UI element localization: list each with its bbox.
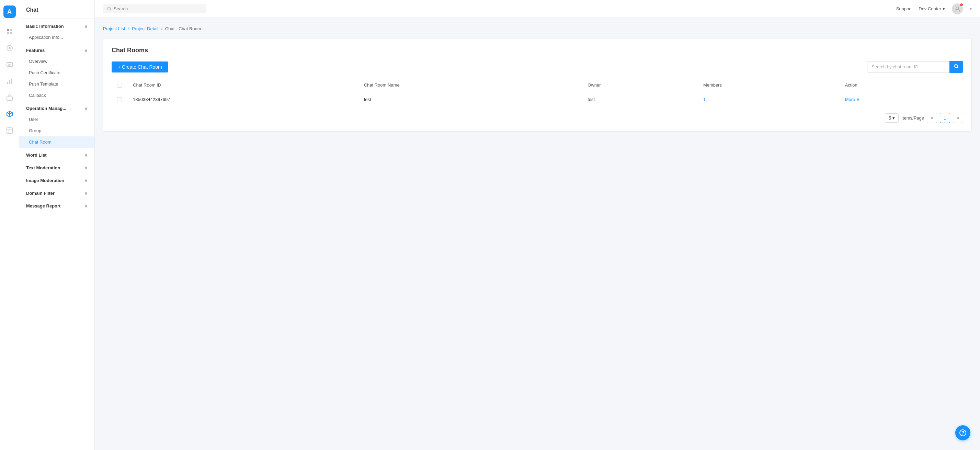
avatar-wrap[interactable] — [952, 3, 963, 14]
nav-section-header-basic-information[interactable]: Basic Information∧ — [19, 19, 94, 32]
nav-section-header-word-list[interactable]: Word List∨ — [19, 148, 94, 160]
breadcrumb-project-detail[interactable]: Project Detail — [132, 26, 158, 31]
nav-section-features: Features∧OverviewPush CertificatePush Te… — [19, 43, 94, 101]
nav-section-header-image-moderation[interactable]: Image Moderation∨ — [19, 173, 94, 186]
nav-item-chat-room[interactable]: Chat Room — [19, 136, 94, 148]
nav-icon-dashboard[interactable] — [3, 25, 16, 38]
nav-section-header-domain-filter[interactable]: Domain Filter∨ — [19, 186, 94, 199]
search-room-button[interactable] — [950, 61, 963, 73]
pagination: 5 ▾ Items/Page < 1 > — [111, 113, 963, 123]
notification-dot — [960, 3, 963, 6]
nav-icon-stats[interactable] — [3, 74, 16, 88]
col-chat-room-name: Chat Room Name — [358, 78, 582, 92]
page-size-chevron: ▾ — [892, 115, 895, 121]
svg-rect-3 — [10, 32, 12, 34]
nav-section-domain-filter: Domain Filter∨ — [19, 186, 94, 199]
nav-item-callback[interactable]: Callback — [19, 89, 94, 101]
app-logo[interactable]: A — [3, 5, 16, 18]
nav-title: Chat — [19, 0, 94, 19]
toolbar: + Create Chat Room — [111, 61, 963, 73]
icon-sidebar: A — [0, 0, 19, 450]
items-per-page-label: Items/Page — [901, 115, 924, 121]
nav-item-application-info[interactable]: Application Info... — [19, 32, 94, 43]
global-search-input[interactable] — [114, 6, 202, 11]
svg-point-5 — [9, 47, 11, 49]
next-page-button[interactable]: > — [953, 113, 963, 123]
svg-rect-7 — [7, 82, 8, 84]
col-members: Members — [698, 78, 840, 92]
svg-rect-1 — [10, 29, 12, 31]
breadcrumb: Project List / Project Detail / Chat - C… — [103, 26, 972, 31]
nav-section-word-list: Word List∨ — [19, 148, 94, 160]
nav-item-group[interactable]: Group — [19, 125, 94, 136]
svg-rect-8 — [9, 80, 10, 84]
create-chat-room-button[interactable]: + Create Chat Room — [111, 62, 168, 72]
col-chat-room-id: Chat Room ID — [127, 78, 358, 92]
search-room-wrap — [867, 61, 963, 73]
top-bar-right: Support Dev Center ▾ ▾ — [896, 3, 972, 14]
page-size-select[interactable]: 5 ▾ — [885, 113, 899, 123]
nav-item-user[interactable]: User — [19, 114, 94, 125]
card-title: Chat Rooms — [111, 47, 963, 54]
help-button[interactable] — [955, 425, 970, 440]
svg-rect-0 — [7, 29, 9, 31]
chat-rooms-card: Chat Rooms + Create Chat Room Chat Room … — [103, 38, 972, 132]
row-checkbox-0[interactable] — [117, 97, 122, 102]
select-all-checkbox[interactable] — [117, 83, 122, 88]
top-bar: Support Dev Center ▾ ▾ — [95, 0, 980, 18]
left-nav: Chat Basic Information∧Application Info.… — [19, 0, 95, 450]
nav-section-header-features[interactable]: Features∧ — [19, 43, 94, 56]
nav-icon-box[interactable] — [3, 107, 16, 121]
nav-section-message-report: Message Report∨ — [19, 199, 94, 211]
cell-members[interactable]: 1 — [703, 97, 706, 102]
nav-section-header-message-report[interactable]: Message Report∨ — [19, 199, 94, 211]
search-icon — [107, 6, 111, 11]
search-wrap[interactable] — [103, 4, 206, 13]
dev-center-dropdown[interactable]: Dev Center ▾ — [918, 6, 945, 11]
nav-section-header-operation-management[interactable]: Operation Manag...∧ — [19, 101, 94, 114]
svg-rect-9 — [11, 79, 12, 84]
nav-icon-layout[interactable] — [3, 124, 16, 137]
breadcrumb-current: Chat - Chat Room — [165, 26, 201, 31]
current-page-button[interactable]: 1 — [940, 113, 950, 123]
breadcrumb-sep-1: / — [128, 26, 129, 31]
cell-room-id: 185038442397697 — [127, 92, 358, 107]
more-action-button[interactable]: More ∨ — [845, 97, 860, 102]
cell-owner: test — [582, 92, 698, 107]
nav-item-overview[interactable]: Overview — [19, 56, 94, 67]
cell-room-name: test — [358, 92, 582, 107]
main-area: Support Dev Center ▾ ▾ Project List / Pr… — [95, 0, 980, 450]
prev-page-button[interactable]: < — [927, 113, 937, 123]
breadcrumb-project-list[interactable]: Project List — [103, 26, 125, 31]
svg-point-16 — [963, 434, 963, 435]
breadcrumb-sep-2: / — [161, 26, 162, 31]
svg-rect-6 — [7, 62, 12, 67]
nav-icon-store[interactable] — [3, 91, 16, 104]
nav-item-push-template[interactable]: Push Template — [19, 78, 94, 89]
chat-rooms-table: Chat Room ID Chat Room Name Owner Member… — [111, 78, 963, 107]
svg-rect-2 — [7, 32, 9, 34]
support-link[interactable]: Support — [896, 6, 912, 11]
nav-section-image-moderation: Image Moderation∨ — [19, 173, 94, 186]
svg-rect-10 — [7, 97, 12, 100]
col-owner: Owner — [582, 78, 698, 92]
nav-icon-messages[interactable] — [3, 58, 16, 72]
nav-section-basic-information: Basic Information∧Application Info... — [19, 19, 94, 43]
svg-rect-11 — [7, 128, 12, 133]
nav-section-header-text-moderation[interactable]: Text Moderation∨ — [19, 160, 94, 173]
nav-section-text-moderation: Text Moderation∨ — [19, 160, 94, 173]
nav-section-operation-management: Operation Manag...∧UserGroupChat Room — [19, 101, 94, 148]
content-area: Project List / Project Detail / Chat - C… — [95, 18, 980, 450]
table-row: 185038442397697 test test 1 More ∨ — [111, 92, 963, 107]
col-action: Action — [840, 78, 963, 92]
search-room-input[interactable] — [867, 61, 950, 72]
nav-icon-analytics[interactable] — [3, 41, 16, 55]
nav-item-push-certificate[interactable]: Push Certificate — [19, 67, 94, 78]
page-size-value: 5 — [889, 115, 891, 121]
